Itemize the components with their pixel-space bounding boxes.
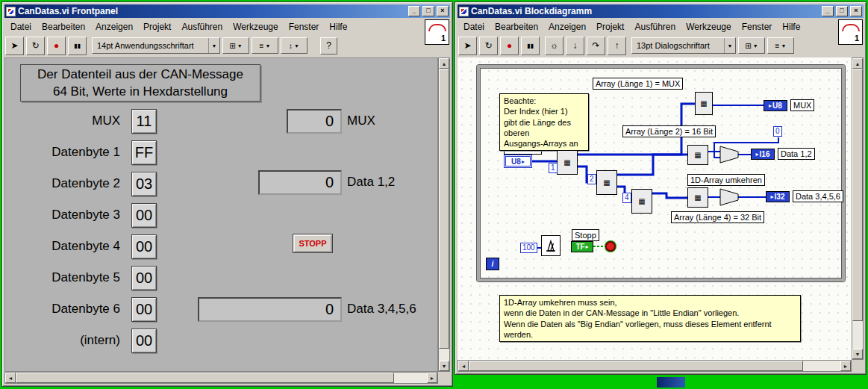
terminal-label-mux[interactable]: MUX xyxy=(790,99,814,111)
blockdiagram-titlebar[interactable]: CanDatas.vi Blockdiagramm _ □ × xyxy=(458,4,864,18)
vi-icon[interactable]: 1 xyxy=(425,19,449,45)
array-subset-node-1[interactable]: ▦ xyxy=(557,150,578,175)
menu-fenster[interactable]: Fenster xyxy=(737,20,778,34)
menu-projekt[interactable]: Projekt xyxy=(591,20,629,34)
run-button[interactable]: ➤ xyxy=(5,37,24,55)
scrollbar-track[interactable] xyxy=(469,361,840,371)
highlight-execution-button[interactable]: ☼ xyxy=(545,37,563,55)
terminal-tf-stopp[interactable]: TF ▸ xyxy=(571,241,593,252)
control-value-intern[interactable]: 00 xyxy=(131,329,157,353)
control-value-datenbyte1[interactable]: FF xyxy=(131,140,157,165)
array-subset-node-3[interactable]: ▦ xyxy=(631,189,652,214)
help-button[interactable]: ? xyxy=(320,37,337,55)
control-value-datenbyte3[interactable]: 00 xyxy=(131,203,157,228)
scrollbar-thumb[interactable] xyxy=(852,69,863,321)
run-continuous-button[interactable]: ↻ xyxy=(479,37,498,55)
control-value-datenbyte4[interactable]: 00 xyxy=(131,234,157,259)
control-value-mux[interactable]: 11 xyxy=(131,109,157,134)
stopp-button[interactable]: STOPP xyxy=(293,234,332,252)
distribute-objects-dropdown[interactable]: ≡ ▼ xyxy=(252,37,278,54)
menu-fenster[interactable]: Fenster xyxy=(284,20,325,34)
scroll-down-button[interactable]: ▼ xyxy=(852,349,863,359)
minimize-button[interactable]: _ xyxy=(822,6,834,16)
pause-button[interactable]: ▮▮ xyxy=(521,37,540,55)
menu-anzeigen[interactable]: Anzeigen xyxy=(543,20,591,34)
constant-100[interactable]: 100 xyxy=(520,243,537,253)
constant-1[interactable]: 1 xyxy=(549,163,558,173)
align-objects-dropdown[interactable]: ⊞ ▼ xyxy=(738,37,765,54)
reorder-dropdown[interactable]: ↕ ▼ xyxy=(281,37,307,54)
scrollbar-track[interactable] xyxy=(852,69,863,349)
maximize-button[interactable]: □ xyxy=(836,6,848,16)
distribute-objects-dropdown[interactable]: ≡ ▼ xyxy=(767,37,794,54)
label-array-laenge2[interactable]: Array (Länge 2) = 16 Bit xyxy=(622,125,716,137)
menu-hilfe[interactable]: Hilfe xyxy=(324,20,352,34)
panel-header-label[interactable]: Der Datenteil aus der CAN-Message 64 Bit… xyxy=(20,64,260,102)
join-numbers-node-16bit[interactable]: ▦ xyxy=(687,145,708,165)
menu-bearbeiten[interactable]: Bearbeiten xyxy=(37,20,90,34)
comment-endian[interactable]: 1D-Array umkehren muss sein, wenn die Da… xyxy=(499,295,801,342)
terminal-u8-mux[interactable]: ▸ U8 xyxy=(764,100,787,111)
scroll-right-button[interactable]: ► xyxy=(427,373,437,383)
maximize-button[interactable]: □ xyxy=(422,6,434,16)
scroll-left-button[interactable]: ◄ xyxy=(5,373,16,383)
constant-0[interactable]: 0 xyxy=(773,126,782,137)
frontpanel-titlebar[interactable]: CanDatas.vi Frontpanel _ □ × xyxy=(4,4,450,18)
scrollbar-thumb[interactable] xyxy=(439,69,449,349)
close-button[interactable]: × xyxy=(437,6,449,16)
scrollbar-track[interactable] xyxy=(16,373,427,383)
labview-app-icon[interactable] xyxy=(459,7,469,16)
menu-bearbeiten[interactable]: Bearbeiten xyxy=(490,20,543,34)
label-array-umkehren[interactable]: 1D-Array umkehren xyxy=(687,174,765,186)
menu-ausfuehren[interactable]: Ausführen xyxy=(629,20,681,34)
iteration-terminal[interactable]: i xyxy=(486,258,499,270)
scroll-up-button[interactable]: ▲ xyxy=(439,58,449,69)
horizontal-scrollbar[interactable]: ◄ ► xyxy=(458,360,852,372)
control-value-datenbyte6[interactable]: 00 xyxy=(131,297,157,322)
vi-icon[interactable]: 1 xyxy=(838,19,863,45)
minimize-button[interactable]: _ xyxy=(408,6,420,16)
terminal-i32-data3456[interactable]: ▸ I32 xyxy=(766,191,790,202)
step-into-button[interactable]: ↓ xyxy=(566,37,584,55)
menu-werkzeuge[interactable]: Werkzeuge xyxy=(228,20,283,34)
menu-datei[interactable]: Datei xyxy=(458,20,490,34)
scrollbar-thumb[interactable] xyxy=(16,373,394,383)
font-selector[interactable]: 14pt Anwendungsschriftart ▼ xyxy=(92,37,220,54)
array-subset-node-2[interactable]: ▦ xyxy=(596,170,617,195)
run-button[interactable]: ➤ xyxy=(458,37,477,55)
constant-2[interactable]: 2 xyxy=(587,174,596,184)
comment-beachte[interactable]: Beachte: Der Index (hier 1) gibt die Län… xyxy=(499,93,589,151)
abort-button[interactable]: ● xyxy=(500,37,519,55)
labview-app-icon[interactable] xyxy=(6,7,16,16)
terminal-label-data3456[interactable]: Data 3,4,5,6 xyxy=(793,190,843,202)
control-value-datenbyte2[interactable]: 03 xyxy=(131,172,157,196)
menu-hilfe[interactable]: Hilfe xyxy=(777,20,805,34)
scroll-up-button[interactable]: ▲ xyxy=(852,58,863,69)
menu-ausfuehren[interactable]: Ausführen xyxy=(176,20,228,34)
terminal-1darru8-control[interactable]: U8 ▸ xyxy=(504,155,532,168)
label-array-laenge4[interactable]: Array (Länge 4) = 32 Bit xyxy=(671,211,764,223)
run-continuous-button[interactable]: ↻ xyxy=(26,37,45,55)
scroll-left-button[interactable]: ◄ xyxy=(458,361,469,371)
label-stopp[interactable]: Stopp xyxy=(572,229,599,241)
vertical-scrollbar[interactable]: ▲ ▼ xyxy=(438,57,450,372)
terminal-i16-data12[interactable]: ▸ I16 xyxy=(751,149,775,160)
scroll-right-button[interactable]: ► xyxy=(840,361,851,371)
constant-4[interactable]: 4 xyxy=(622,193,631,203)
menu-werkzeuge[interactable]: Werkzeuge xyxy=(681,20,736,34)
step-over-button[interactable]: ↷ xyxy=(587,37,605,55)
index-array-node-top[interactable]: ▦ xyxy=(695,92,713,115)
label-array-laenge1[interactable]: Array (Länge 1) = MUX xyxy=(593,78,683,90)
abort-button[interactable]: ● xyxy=(47,37,66,55)
menu-projekt[interactable]: Projekt xyxy=(138,20,176,34)
vertical-scrollbar[interactable]: ▲ ▼ xyxy=(852,57,864,360)
terminal-label-data12[interactable]: Data 1,2 xyxy=(778,148,815,160)
scrollbar-thumb[interactable] xyxy=(469,361,803,371)
step-out-button[interactable]: ↑ xyxy=(608,37,626,55)
control-value-datenbyte5[interactable]: 00 xyxy=(131,266,157,290)
wait-ms-multiple-node[interactable] xyxy=(541,235,561,256)
menu-datei[interactable]: Datei xyxy=(5,20,37,34)
font-selector[interactable]: 13pt Dialogschriftart ▼ xyxy=(631,37,736,54)
scrollbar-track[interactable] xyxy=(439,69,449,361)
loop-condition-terminal[interactable] xyxy=(605,241,616,252)
